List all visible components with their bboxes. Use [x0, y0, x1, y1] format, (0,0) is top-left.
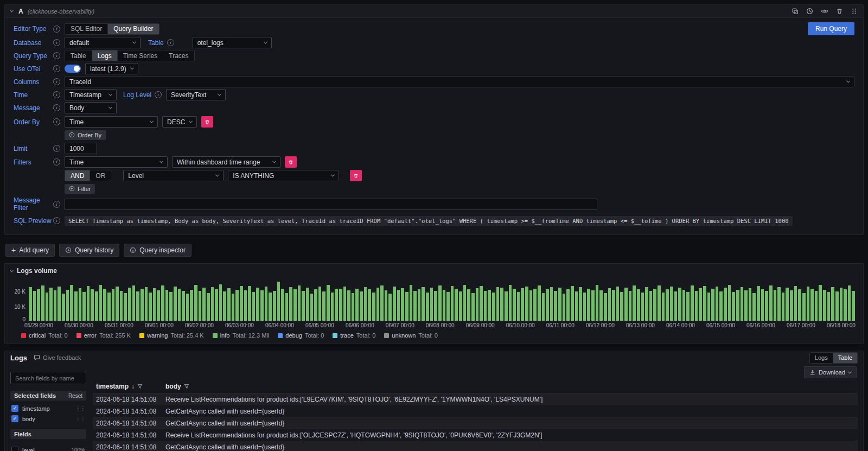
info-icon[interactable]: i [53, 201, 60, 208]
history-icon[interactable] [806, 8, 813, 15]
view-logs-option[interactable]: Logs [810, 353, 833, 363]
time-column-select[interactable]: Timestamp [65, 89, 117, 100]
row-editor-type: Editor Type i SQL Editor Query Builder R… [14, 22, 854, 35]
volume-bar [741, 287, 744, 321]
field-checkbox[interactable]: ✓ [11, 405, 18, 412]
message-filter-input[interactable] [65, 199, 597, 210]
add-query-button[interactable]: + Add query [5, 244, 55, 257]
remove-filter-button[interactable] [285, 156, 297, 168]
order-by-field-select[interactable]: Time [65, 116, 158, 128]
add-order-by-button[interactable]: Order By [65, 130, 106, 140]
field-checkbox[interactable]: ✓ [11, 415, 18, 422]
tab-logs[interactable]: Logs [92, 50, 118, 61]
tab-traces[interactable]: Traces [163, 50, 194, 61]
download-button[interactable]: Download [804, 366, 857, 378]
volume-bar [141, 289, 144, 321]
drag-handle-icon[interactable]: ⋮⋮ [75, 405, 85, 411]
message-column-select[interactable]: Body [65, 102, 117, 113]
legend-label: critical [29, 332, 46, 339]
logs-panel-header: Logs Give feedback Logs Table [5, 351, 863, 364]
remove-query-trash-icon[interactable] [836, 8, 843, 15]
table-select[interactable]: otel_logs [193, 37, 272, 48]
logs-volume-header: Logs volume [5, 264, 863, 276]
volume-bar [645, 287, 648, 321]
otel-version-select[interactable]: latest (1.2.9) [85, 63, 138, 74]
duplicate-icon[interactable] [792, 8, 799, 15]
order-by-label: Order By i [14, 118, 60, 126]
drag-handle-icon[interactable] [851, 8, 858, 15]
drag-handle-icon[interactable]: ⋮⋮ [75, 416, 85, 422]
search-fields-input[interactable] [10, 372, 86, 384]
info-icon[interactable]: i [155, 91, 162, 98]
available-fields-list: level100%traceID100% [10, 445, 86, 451]
limit-input[interactable] [65, 143, 97, 154]
order-direction-select[interactable]: DESC [162, 116, 197, 128]
remove-order-by-button[interactable] [201, 116, 213, 128]
info-icon[interactable]: i [53, 78, 60, 85]
legend-item-warning[interactable]: warningTotal: 25.4 K [139, 332, 204, 339]
level-filter-operator-select[interactable]: IS ANYTHING [228, 170, 339, 181]
tab-time-series[interactable]: Time Series [118, 50, 164, 61]
info-icon[interactable]: i [53, 118, 60, 125]
info-icon[interactable]: i [53, 91, 60, 98]
info-icon[interactable]: i [53, 158, 60, 166]
info-icon[interactable]: i [53, 217, 60, 224]
volume-bar [629, 291, 632, 321]
volume-bar [616, 287, 620, 321]
and-option[interactable]: AND [65, 170, 90, 181]
filter-field-select[interactable]: Time [65, 156, 168, 168]
volume-bar [161, 285, 164, 321]
filter-operator-select[interactable]: Within dashboard time range [172, 156, 280, 168]
legend-item-info[interactable]: infoTotal: 12.3 Mil [213, 332, 270, 339]
filter-funnel-icon[interactable] [137, 384, 143, 389]
level-filter-field-select[interactable]: Level [123, 170, 224, 181]
volume-bar [132, 285, 136, 321]
message-filter-label: Message Filter i [14, 196, 60, 212]
add-filter-button[interactable]: Filter [65, 184, 95, 194]
info-icon[interactable]: i [53, 39, 60, 46]
legend-item-debug[interactable]: debugTotal: 0 [278, 332, 324, 339]
tab-table[interactable]: Table [65, 50, 92, 61]
give-feedback-link[interactable]: Give feedback [34, 354, 81, 361]
collapse-chevron-icon[interactable] [10, 9, 14, 12]
legend-item-critical[interactable]: criticalTotal: 0 [21, 332, 68, 339]
reset-fields-button[interactable]: Reset [68, 393, 82, 399]
chevron-down-icon [159, 160, 163, 163]
filter-funnel-icon[interactable] [184, 384, 189, 389]
trash-icon [288, 159, 293, 166]
sort-desc-icon[interactable]: ↓ [131, 383, 135, 390]
info-icon[interactable]: i [53, 145, 60, 152]
body-cell: GetCartAsync called with userId={userId} [162, 408, 858, 415]
x-axis-label: 06/08 00:00 [426, 322, 455, 328]
database-select[interactable]: default [65, 37, 141, 48]
query-builder-option[interactable]: Query Builder [108, 24, 158, 34]
view-table-option[interactable]: Table [833, 353, 857, 363]
or-option[interactable]: OR [90, 170, 111, 181]
legend-item-trace[interactable]: traceTotal: 0 [333, 332, 375, 339]
volume-bar [566, 289, 570, 321]
chevron-down-icon [108, 92, 112, 96]
columns-multiselect[interactable]: TraceId [65, 76, 854, 87]
row-order-by: Order By i Time DESC [14, 116, 854, 128]
volume-bar [707, 293, 711, 321]
sql-editor-option[interactable]: SQL Editor [65, 24, 108, 34]
log-level-select[interactable]: SeverityText [166, 89, 226, 100]
info-icon[interactable]: i [53, 65, 60, 72]
hide-response-eye-icon[interactable] [821, 8, 828, 15]
info-icon[interactable]: i [53, 104, 60, 111]
info-icon[interactable]: i [53, 52, 60, 59]
collapse-chevron-icon[interactable] [10, 268, 14, 272]
remove-level-filter-button[interactable] [350, 170, 362, 181]
query-history-button[interactable]: Query history [59, 244, 119, 257]
info-icon[interactable]: i [167, 39, 174, 46]
legend-item-unknown[interactable]: unknownTotal: 0 [384, 332, 438, 339]
use-otel-toggle[interactable] [65, 65, 81, 73]
legend-item-error[interactable]: errorTotal: 255 K [76, 332, 131, 339]
info-icon[interactable]: i [53, 26, 60, 33]
volume-bar [558, 288, 561, 321]
field-checkbox[interactable] [11, 447, 18, 451]
query-inspector-button[interactable]: Query inspector [124, 244, 192, 257]
volume-bar [174, 287, 177, 321]
query-type-tabs: Table Logs Time Series Traces [65, 50, 195, 61]
run-query-button[interactable]: Run Query [808, 22, 854, 35]
